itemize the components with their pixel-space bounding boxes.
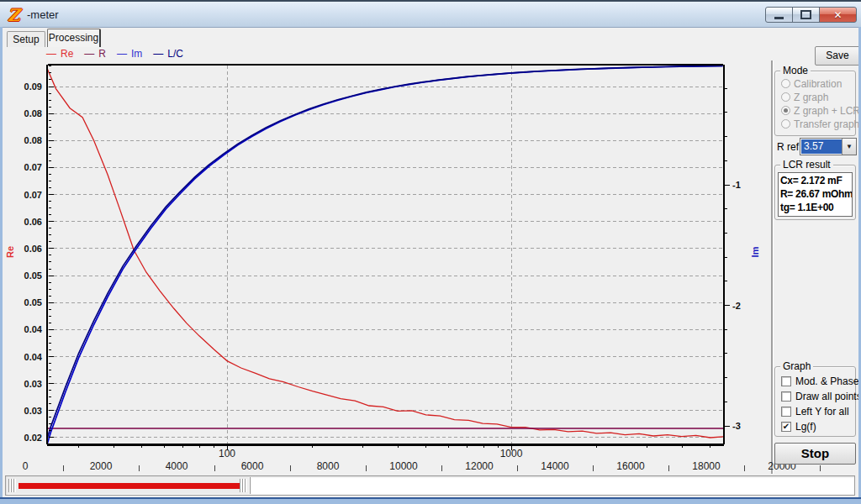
linear-axis-label: 6000 [223, 460, 282, 472]
stop-button[interactable]: Stop [774, 443, 856, 465]
lcr-result-box: Cx= 2.172 mFR= 26.67 mOhmtg= 1.1E+00 [778, 172, 853, 217]
log-axis-tick-label: 100 [219, 448, 235, 459]
left-axis-tick-label: 0.07 [24, 162, 42, 172]
radio-label: Z graph + LCR [794, 105, 860, 117]
left-axis-tick-label: 0.02 [24, 433, 42, 443]
linear-axis-tick [63, 465, 64, 471]
checkbox-lg-f[interactable]: ✔Lg(f) [781, 421, 816, 433]
minimize-icon [774, 17, 784, 19]
radio-transfer-graph[interactable]: Transfer graph [781, 118, 859, 129]
left-axis-tick-label: 0.04 [24, 352, 43, 362]
checkbox-box-icon: ✔ [781, 422, 791, 432]
radio-calibration[interactable]: Calibration [781, 78, 842, 89]
legend-label: Im [131, 48, 142, 60]
radio-z-graph-lcr[interactable]: Z graph + LCR [781, 105, 860, 116]
tab-setup[interactable]: Setup [7, 31, 45, 47]
left-axis-tick-label: 0.09 [24, 81, 42, 92]
lcr-result-line: R= 26.67 mOhm [780, 187, 852, 201]
linear-axis-tick [366, 465, 367, 471]
thumb-grip-left-icon [8, 479, 16, 492]
legend-dash-icon: — [153, 48, 163, 60]
maximize-button[interactable] [792, 7, 820, 23]
left-axis-title: Re [5, 246, 15, 258]
title-bar: Z -meter ✕ [0, 2, 861, 28]
radio-circle-icon [781, 79, 790, 88]
legend-dash-icon: — [84, 48, 94, 60]
linear-axis-tick [441, 465, 442, 471]
tab-processing[interactable]: Processing [47, 29, 101, 47]
left-axis-tick-label: 0.05 [24, 270, 42, 281]
linear-axis-label: 2000 [71, 460, 130, 472]
checkbox-left-y-for-all[interactable]: Left Y for all [781, 406, 849, 417]
linear-axis-label: 12000 [450, 460, 509, 472]
sweep-scrollbar-track[interactable] [5, 475, 855, 496]
radio-label: Z graph [794, 92, 828, 103]
thumb-grip-right-icon [240, 479, 247, 492]
impedance-chart: 0.090.080.080.070.070.060.060.050.050.04… [0, 59, 774, 459]
maximize-icon [800, 10, 811, 19]
close-button[interactable]: ✕ [819, 7, 857, 23]
right-axis-tick-label: -2 [732, 301, 741, 311]
linear-axis-label: 0 [0, 460, 55, 472]
linear-axis-tick [139, 465, 140, 471]
left-axis-tick-label: 0.08 [24, 135, 42, 145]
radio-circle-icon [781, 119, 790, 129]
right-axis-title: Im [750, 246, 760, 257]
linear-axis-tick [820, 465, 821, 471]
checkbox-label: Mod. & Phase [795, 375, 858, 387]
sweep-scrollbar-thumb[interactable] [7, 477, 251, 494]
app-logo-icon: Z [8, 7, 20, 24]
sweep-frequency-axis: 0200040006000800010000120001400016000180… [0, 460, 861, 473]
checkbox-mod-phase[interactable]: Mod. & Phase [781, 375, 858, 387]
graph-group-title: Graph [780, 360, 813, 372]
radio-circle-icon [781, 106, 790, 115]
left-axis-tick-label: 0.03 [24, 406, 42, 416]
lcr-result-groupbox: LCR result Cx= 2.172 mFR= 26.67 mOhmtg= … [774, 165, 856, 220]
rref-value: 3.57 [801, 139, 842, 154]
linear-axis-tick [593, 465, 594, 471]
linear-axis-tick [744, 465, 745, 471]
close-icon: ✕ [833, 10, 842, 20]
linear-axis-tick [214, 465, 215, 471]
plot-area [48, 66, 723, 444]
linear-axis-tick [517, 465, 518, 471]
linear-axis-tick [668, 465, 669, 471]
lcr-result-line: tg= 1.1E+00 [780, 201, 852, 214]
checkbox-label: Left Y for all [795, 406, 849, 417]
mode-groupbox: Mode CalibrationZ graphZ graph + LCRTran… [774, 71, 856, 136]
legend-label: R [98, 48, 106, 60]
linear-axis-label: 10000 [374, 460, 433, 472]
legend-dash-icon: — [117, 48, 127, 60]
left-axis-tick-label: 0.03 [24, 379, 42, 389]
checkbox-box-icon [781, 376, 791, 386]
checkbox-draw-all-points[interactable]: Draw all points [781, 391, 861, 402]
save-button[interactable]: Save [815, 46, 860, 66]
checkbox-label: Lg(f) [795, 421, 816, 433]
minimize-button[interactable] [765, 7, 793, 23]
legend-label: Re [61, 48, 73, 60]
rref-label: R ref [777, 141, 799, 153]
graph-groupbox: Graph Mod. & PhaseDraw all pointsLeft Y … [774, 366, 856, 437]
left-axis-tick-label: 0.06 [24, 244, 42, 254]
rref-combobox[interactable]: 3.57 ▼ [800, 138, 857, 155]
linear-axis-label: 16000 [601, 460, 660, 472]
checkbox-label: Draw all points [795, 391, 861, 402]
lcr-group-title: LCR result [780, 159, 833, 171]
right-axis-tick-label: -1 [732, 180, 741, 190]
linear-axis-label: 18000 [677, 460, 736, 472]
left-axis-tick-label: 0.08 [24, 108, 42, 118]
radio-label: Calibration [794, 78, 842, 90]
radio-selected-dot-icon [784, 108, 788, 113]
combo-dropdown-icon[interactable]: ▼ [842, 139, 856, 155]
linear-axis-label: 8000 [298, 460, 357, 472]
left-axis-tick-label: 0.05 [24, 297, 42, 307]
lcr-result-line: Cx= 2.172 mF [780, 174, 852, 187]
left-axis-tick-label: 0.07 [24, 190, 42, 200]
linear-axis-tick [290, 465, 291, 471]
window-title: -meter [27, 8, 59, 21]
right-axis-tick-label: -3 [732, 421, 741, 431]
legend-dash-icon: — [46, 48, 56, 60]
left-axis-tick-label: 0.06 [24, 217, 42, 227]
log-axis-tick-label: 1000 [500, 448, 523, 459]
radio-z-graph[interactable]: Z graph [781, 92, 828, 102]
